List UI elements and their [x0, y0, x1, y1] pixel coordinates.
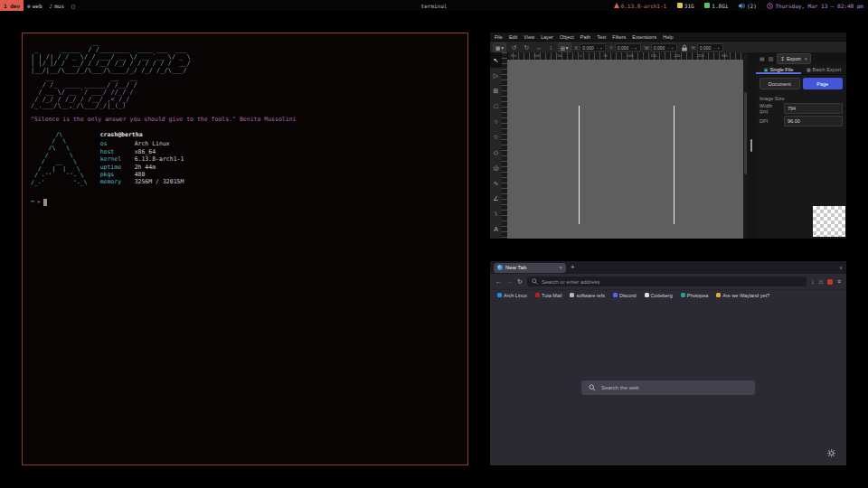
address-bar[interactable]: Search or enter address	[527, 277, 807, 286]
menu-item[interactable]: Filters	[612, 34, 626, 40]
fetch-row: host x86_64	[100, 148, 184, 155]
reload-button[interactable]: ↻	[517, 278, 523, 286]
tool-button[interactable]: ◎	[490, 160, 502, 175]
menu-item[interactable]: Layer	[541, 34, 553, 40]
tool-icon: \	[495, 211, 497, 217]
export-width-input[interactable]: 794	[784, 103, 843, 114]
workspace-button[interactable]: ♪ mus	[46, 0, 68, 11]
tool-button[interactable]: □	[490, 99, 502, 114]
x-value: 0.000	[582, 45, 594, 51]
canvas[interactable]	[507, 60, 743, 239]
workspace-icon: ♪	[50, 3, 53, 9]
scrollbar-thumb[interactable]	[744, 92, 747, 174]
export-dialog-tab[interactable]: ↥ Export ×	[777, 53, 811, 64]
y-coordinate-field[interactable]: Y: 0.000−+	[609, 43, 640, 52]
align-icon: ▤	[561, 45, 565, 51]
list-tabs-chevron-icon[interactable]: ∨	[839, 265, 843, 270]
clock-icon	[767, 3, 773, 9]
menu-item[interactable]: Text	[597, 34, 606, 40]
menu-item[interactable]: Object	[560, 34, 574, 40]
tool-icon: ○	[494, 118, 497, 125]
workspace-button[interactable]: □	[68, 0, 80, 11]
fetch-value: 2h 44m	[135, 164, 156, 171]
tool-icon: ↖	[494, 57, 499, 64]
downloads-button[interactable]: ↓	[811, 278, 815, 285]
tool-button[interactable]: A	[490, 221, 502, 237]
dock-resize-handle[interactable]	[748, 52, 756, 239]
bookmark-item[interactable]: Are we Wayland yet?	[716, 293, 769, 298]
inkscape-body: ↖ ▷ ⊞ □ ○ ☆	[490, 52, 846, 239]
tool-button[interactable]: ⊞	[490, 83, 502, 99]
bookmark-item[interactable]: software refs	[570, 293, 604, 298]
new-tab-button[interactable]: +	[571, 264, 575, 271]
bookmark-favicon	[535, 293, 540, 297]
workspace-button[interactable]: ⊕ web	[24, 0, 45, 11]
bookmark-item[interactable]: Arch Linux	[497, 293, 527, 298]
bookmark-item[interactable]: Discord	[613, 293, 637, 298]
menu-item[interactable]: Edit	[509, 34, 517, 40]
tab-single-file[interactable]: ▣ Single File	[756, 64, 801, 74]
forward-button[interactable]: →	[506, 278, 513, 285]
bookmark-item[interactable]: Codeberg	[645, 293, 673, 298]
dialog-tab-icon[interactable]: ▥	[769, 55, 774, 61]
spinner-buttons[interactable]: −+	[667, 45, 675, 51]
spinner-buttons[interactable]: −+	[631, 45, 638, 51]
export-dpi-input[interactable]: 96.00	[784, 116, 843, 127]
flip-horizontal-icon[interactable]: ↔	[536, 44, 542, 51]
width-field[interactable]: W: 0.000−+	[645, 43, 677, 52]
personalize-gear-icon[interactable]	[827, 449, 835, 457]
clock-module: Thursday, Mar 13 — 02:48 pm	[767, 3, 863, 9]
kernel-module: 6.13.8-arch1-1	[614, 3, 667, 9]
back-button[interactable]: ←	[495, 278, 502, 285]
rotate-cw-icon[interactable]: ↻	[524, 44, 528, 52]
spinner-buttons[interactable]: −+	[713, 45, 721, 51]
ruler-tick-label: 50	[601, 52, 625, 60]
menu-item[interactable]: File	[495, 34, 503, 40]
disk-icon	[677, 3, 683, 8]
fetch-value: 6.13.8-arch1-1	[135, 155, 184, 163]
tool-icon: ∠	[493, 195, 498, 202]
tool-button[interactable]: ∠	[490, 191, 502, 206]
close-icon[interactable]: ×	[805, 56, 807, 61]
selection-mode-dropdown[interactable]: ▦ ▾	[493, 42, 506, 52]
menu-item[interactable]: Path	[580, 34, 590, 40]
tool-button[interactable]: ○	[490, 114, 502, 129]
bookmark-item[interactable]: Tuta Mail	[535, 293, 561, 298]
home-button[interactable]: ⌂	[819, 278, 823, 285]
shell-prompt[interactable]: ~ ▸	[31, 199, 459, 206]
tool-button[interactable]: ☆	[490, 129, 502, 145]
fetch-rows: os Arch Linux host x86_64 kernel 6.13.8-…	[100, 140, 184, 186]
terminal-cursor	[43, 199, 47, 206]
tool-button[interactable]: ◇	[490, 145, 502, 160]
tool-button[interactable]: \	[490, 206, 502, 221]
dialog-tab-icon[interactable]: ▤	[760, 55, 765, 61]
status-bar: 1 dev ⊕ web ♪ mus □ terminal 6.13.8-arch…	[0, 0, 868, 11]
menu-button[interactable]: ≡	[837, 278, 841, 285]
height-field[interactable]: H: 0.000−+	[692, 43, 723, 52]
terminal-window[interactable]: __ _ _____ / /________ ____ ___ ___ | | …	[22, 33, 468, 465]
tool-button[interactable]: ↖	[490, 52, 502, 68]
tool-icon: □	[494, 103, 497, 109]
workspace-button[interactable]: 1 dev	[0, 0, 24, 11]
menu-item[interactable]: Extensions	[632, 34, 656, 40]
menu-item[interactable]: Help	[663, 34, 673, 40]
bookmark-item[interactable]: Photopea	[681, 293, 709, 298]
tab-batch-export[interactable]: ▦ Batch Export	[801, 64, 846, 74]
tool-button[interactable]: ▷	[490, 68, 502, 83]
lock-ratio-icon[interactable]	[681, 44, 688, 52]
tool-button[interactable]: ∿	[490, 175, 502, 191]
page-button[interactable]: Page	[803, 78, 844, 89]
tab-close-icon[interactable]: ×	[559, 265, 562, 270]
tool-icon: ◎	[493, 164, 498, 172]
menu-item[interactable]: View	[524, 34, 534, 40]
document-button[interactable]: Document	[760, 78, 800, 89]
flip-vertical-icon[interactable]: ↕	[549, 44, 552, 51]
rotate-ccw-icon[interactable]: ↺	[512, 44, 516, 52]
extension-icon[interactable]	[827, 279, 833, 285]
align-dropdown[interactable]: ▤ ▾	[558, 42, 571, 52]
web-search-bar[interactable]: Search the web	[581, 380, 755, 395]
volume-level: (2)	[747, 3, 757, 9]
browser-tab[interactable]: New Tab ×	[494, 263, 566, 273]
spinner-buttons[interactable]: −+	[596, 45, 603, 51]
x-coordinate-field[interactable]: X: 0.000−+	[575, 43, 607, 52]
